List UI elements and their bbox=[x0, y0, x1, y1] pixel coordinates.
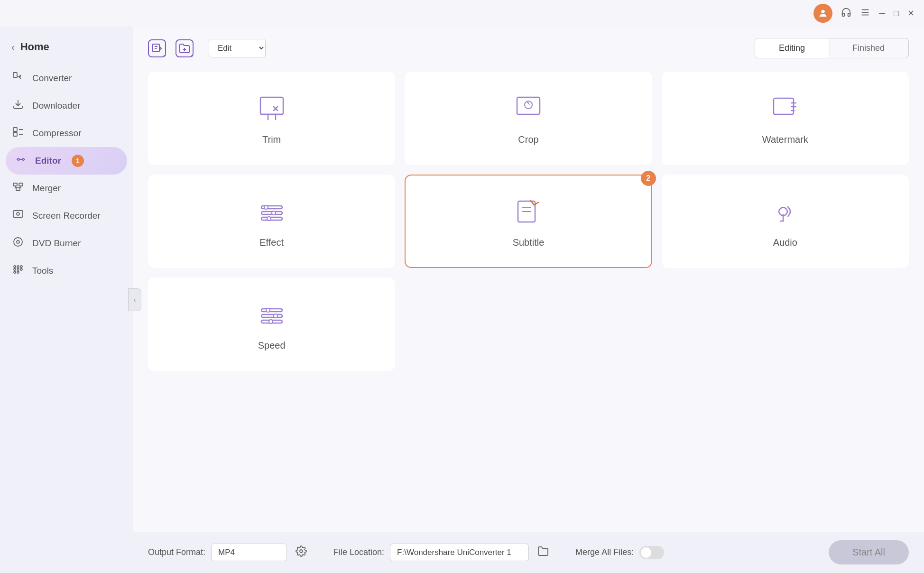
maximize-button[interactable]: □ bbox=[894, 9, 899, 18]
trim-icon bbox=[255, 92, 289, 126]
crop-icon bbox=[511, 92, 545, 126]
svg-rect-32 bbox=[517, 97, 540, 114]
speed-icon bbox=[255, 297, 289, 332]
svg-marker-33 bbox=[527, 102, 530, 106]
dvd-burner-label: DVD Burner bbox=[32, 238, 81, 249]
crop-label: Crop bbox=[518, 134, 538, 145]
converter-label: Converter bbox=[32, 73, 72, 83]
minimize-button[interactable]: ─ bbox=[879, 9, 885, 18]
file-location-field: File Location: F:\Wondershare UniConvert… bbox=[333, 544, 552, 561]
subtitle-card[interactable]: Subtitle 2 bbox=[405, 175, 652, 268]
tools-icon bbox=[11, 264, 25, 278]
svg-point-20 bbox=[14, 268, 16, 270]
svg-point-42 bbox=[264, 205, 268, 209]
compressor-icon bbox=[11, 126, 25, 140]
start-all-button[interactable]: Start All bbox=[829, 540, 909, 564]
watermark-label: Watermark bbox=[762, 134, 808, 145]
audio-icon bbox=[768, 194, 802, 229]
edit-dropdown[interactable]: Edit bbox=[209, 39, 266, 57]
dvd-burner-icon bbox=[11, 236, 25, 250]
speed-label: Speed bbox=[258, 340, 286, 351]
speed-card[interactable]: Speed bbox=[148, 277, 395, 371]
sidebar-item-editor[interactable]: Editor 1 bbox=[6, 147, 127, 175]
tab-editing[interactable]: Editing bbox=[755, 38, 829, 58]
svg-point-22 bbox=[20, 268, 22, 270]
svg-rect-10 bbox=[13, 183, 17, 186]
output-format-label: Output Format: bbox=[148, 547, 205, 557]
sidebar-item-converter[interactable]: Converter bbox=[0, 65, 133, 92]
svg-point-0 bbox=[822, 10, 825, 13]
svg-rect-13 bbox=[13, 211, 23, 217]
sidebar-item-downloader[interactable]: Downloader bbox=[0, 92, 133, 120]
svg-point-16 bbox=[17, 240, 19, 243]
svg-rect-11 bbox=[19, 183, 23, 186]
svg-point-19 bbox=[20, 266, 22, 268]
svg-rect-4 bbox=[13, 73, 17, 77]
svg-point-44 bbox=[267, 217, 271, 221]
editor-icon bbox=[14, 154, 28, 168]
audio-card[interactable]: Audio bbox=[662, 175, 909, 268]
tools-label: Tools bbox=[32, 266, 53, 276]
toolbar: Edit Editing Finished bbox=[148, 38, 909, 58]
sidebar-item-tools[interactable]: Tools bbox=[0, 257, 133, 285]
sidebar-item-dvd-burner[interactable]: DVD Burner bbox=[0, 230, 133, 257]
svg-point-21 bbox=[17, 268, 19, 270]
file-location-select[interactable]: F:\Wondershare UniConverter 1 bbox=[390, 544, 529, 561]
content-area: Edit Editing Finished bbox=[133, 27, 924, 532]
trim-card[interactable]: Trim bbox=[148, 72, 395, 165]
svg-point-51 bbox=[266, 308, 270, 312]
svg-point-43 bbox=[272, 211, 276, 215]
svg-point-9 bbox=[22, 158, 24, 160]
svg-point-8 bbox=[18, 158, 19, 160]
merger-label: Merger bbox=[32, 183, 61, 194]
crop-card[interactable]: Crop bbox=[405, 72, 652, 165]
sidebar-item-screen-recorder[interactable]: Screen Recorder bbox=[0, 202, 133, 230]
sidebar-collapse-button[interactable]: ‹ bbox=[128, 288, 141, 311]
user-avatar bbox=[813, 4, 832, 23]
effect-card[interactable]: Effect bbox=[148, 175, 395, 268]
merge-all-files-field: Merge All Files: bbox=[575, 546, 664, 559]
back-arrow: ‹ bbox=[11, 42, 15, 53]
sidebar-item-merger[interactable]: Merger bbox=[0, 175, 133, 202]
sidebar-home[interactable]: ‹ Home bbox=[0, 36, 133, 65]
sidebar-item-compressor[interactable]: Compressor bbox=[0, 120, 133, 147]
svg-rect-48 bbox=[261, 309, 282, 312]
audio-label: Audio bbox=[773, 237, 797, 248]
svg-point-54 bbox=[300, 550, 303, 553]
converter-icon bbox=[11, 71, 25, 85]
subtitle-label: Subtitle bbox=[513, 237, 545, 248]
add-file-button[interactable] bbox=[148, 39, 166, 57]
svg-rect-28 bbox=[260, 97, 283, 114]
svg-point-53 bbox=[269, 320, 273, 323]
downloader-icon bbox=[11, 99, 25, 113]
tab-finished[interactable]: Finished bbox=[829, 38, 908, 58]
output-format-field: Output Format: MP4 bbox=[148, 544, 310, 561]
home-label: Home bbox=[20, 41, 49, 53]
tab-switcher: Editing Finished bbox=[755, 38, 909, 58]
svg-point-23 bbox=[14, 271, 16, 273]
svg-rect-6 bbox=[13, 128, 17, 131]
subtitle-badge: 2 bbox=[641, 171, 656, 186]
trim-label: Trim bbox=[262, 134, 281, 145]
merge-toggle[interactable] bbox=[639, 546, 664, 559]
editor-badge: 1 bbox=[72, 155, 84, 167]
file-location-folder-button[interactable] bbox=[535, 544, 552, 561]
watermark-icon bbox=[768, 92, 802, 126]
output-format-select[interactable]: MP4 bbox=[211, 544, 287, 561]
effect-icon bbox=[255, 194, 289, 229]
svg-rect-41 bbox=[261, 217, 282, 220]
menu-icon[interactable] bbox=[860, 7, 870, 20]
merger-icon bbox=[11, 181, 25, 195]
watermark-card[interactable]: Watermark bbox=[662, 72, 909, 165]
file-location-label: File Location: bbox=[333, 547, 384, 557]
output-format-settings-button[interactable] bbox=[293, 544, 310, 561]
headset-icon[interactable] bbox=[841, 7, 851, 20]
svg-point-52 bbox=[274, 314, 277, 318]
svg-rect-7 bbox=[13, 132, 17, 136]
title-bar: ─ □ ✕ bbox=[0, 0, 924, 27]
compressor-label: Compressor bbox=[32, 128, 81, 139]
add-folder-button[interactable] bbox=[176, 39, 194, 57]
close-button[interactable]: ✕ bbox=[907, 8, 915, 18]
svg-point-24 bbox=[17, 271, 19, 273]
downloader-label: Downloader bbox=[32, 101, 80, 111]
